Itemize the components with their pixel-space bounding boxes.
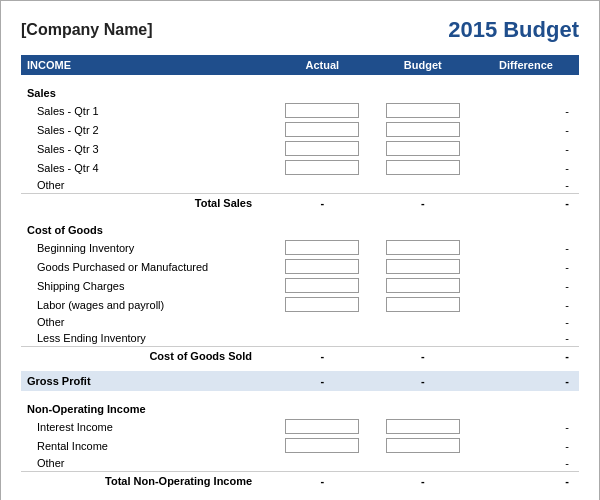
table-row: Sales - Qtr 4-: [21, 158, 579, 177]
input-box[interactable]: [285, 240, 359, 255]
total-cogs-row: Cost of Goods Sold - - -: [21, 347, 579, 366]
gross-profit-label: Gross Profit: [21, 371, 272, 391]
budget-cell[interactable]: [373, 257, 473, 276]
budget-cell[interactable]: [373, 436, 473, 455]
total-non-op-diff: -: [473, 472, 579, 491]
input-box[interactable]: [386, 240, 460, 255]
cogs-section-label: Cost of Goods: [21, 218, 579, 238]
table-row: Shipping Charges-: [21, 276, 579, 295]
row-label: Beginning Inventory: [21, 238, 272, 257]
total-sales-actual: -: [272, 194, 372, 213]
row-label: Labor (wages and payroll): [21, 295, 272, 314]
total-cogs-actual: -: [272, 347, 372, 366]
table-header: INCOME Actual Budget Difference: [21, 55, 579, 75]
actual-cell[interactable]: [272, 158, 372, 177]
input-box[interactable]: [285, 160, 359, 175]
row-label: Sales - Qtr 4: [21, 158, 272, 177]
input-box[interactable]: [285, 103, 359, 118]
input-box[interactable]: [386, 103, 460, 118]
total-non-op-row: Total Non-Operating Income - - -: [21, 472, 579, 491]
diff-cell: -: [473, 120, 579, 139]
difference-header: Difference: [473, 55, 579, 75]
budget-title: 2015 Budget: [448, 17, 579, 43]
actual-cell[interactable]: [272, 417, 372, 436]
non-op-section-label: Non-Operating Income: [21, 397, 579, 417]
actual-cell[interactable]: [272, 101, 372, 120]
diff-cell: -: [473, 238, 579, 257]
actual-cell[interactable]: [272, 257, 372, 276]
input-box[interactable]: [386, 141, 460, 156]
diff-cell: -: [473, 101, 579, 120]
budget-cell: [373, 455, 473, 472]
input-box[interactable]: [285, 438, 359, 453]
actual-cell: [272, 330, 372, 347]
row-label: Rental Income: [21, 436, 272, 455]
total-non-op-actual: -: [272, 472, 372, 491]
budget-cell[interactable]: [373, 139, 473, 158]
total-cogs-label: Cost of Goods Sold: [21, 347, 272, 366]
input-box[interactable]: [386, 259, 460, 274]
diff-cell: -: [473, 417, 579, 436]
input-box[interactable]: [386, 122, 460, 137]
gross-profit-diff: -: [473, 371, 579, 391]
table-row: Goods Purchased or Manufactured-: [21, 257, 579, 276]
row-label: Other: [21, 314, 272, 330]
actual-cell[interactable]: [272, 120, 372, 139]
table-row: Other-: [21, 177, 579, 194]
input-box[interactable]: [285, 278, 359, 293]
input-box[interactable]: [285, 297, 359, 312]
actual-cell[interactable]: [272, 139, 372, 158]
budget-header: Budget: [373, 55, 473, 75]
input-box[interactable]: [386, 297, 460, 312]
actual-cell[interactable]: [272, 436, 372, 455]
table-row: Less Ending Inventory-: [21, 330, 579, 347]
actual-cell[interactable]: [272, 295, 372, 314]
row-label: Shipping Charges: [21, 276, 272, 295]
input-box[interactable]: [285, 419, 359, 434]
input-box[interactable]: [386, 419, 460, 434]
actual-cell: [272, 455, 372, 472]
total-sales-diff: -: [473, 194, 579, 213]
budget-cell[interactable]: [373, 276, 473, 295]
row-label: Goods Purchased or Manufactured: [21, 257, 272, 276]
gross-profit-row: Gross Profit - - -: [21, 371, 579, 391]
budget-cell[interactable]: [373, 295, 473, 314]
input-box[interactable]: [386, 160, 460, 175]
total-non-op-label: Total Non-Operating Income: [21, 472, 272, 491]
company-name: [Company Name]: [21, 21, 153, 39]
diff-cell: -: [473, 177, 579, 194]
actual-cell[interactable]: [272, 276, 372, 295]
input-box[interactable]: [386, 438, 460, 453]
total-cogs-diff: -: [473, 347, 579, 366]
total-sales-label: Total Sales: [21, 194, 272, 213]
input-box[interactable]: [285, 122, 359, 137]
budget-cell[interactable]: [373, 101, 473, 120]
budget-page: [Company Name] 2015 Budget INCOME Actual…: [0, 0, 600, 500]
diff-cell: -: [473, 276, 579, 295]
page-header: [Company Name] 2015 Budget: [21, 17, 579, 43]
diff-cell: -: [473, 330, 579, 347]
table-row: Rental Income-: [21, 436, 579, 455]
budget-cell[interactable]: [373, 120, 473, 139]
input-box[interactable]: [285, 259, 359, 274]
table-row: Other-: [21, 314, 579, 330]
gross-profit-actual: -: [272, 371, 372, 391]
diff-cell: -: [473, 257, 579, 276]
table-row: Sales - Qtr 3-: [21, 139, 579, 158]
budget-cell[interactable]: [373, 417, 473, 436]
budget-table: INCOME Actual Budget Difference SalesSal…: [21, 55, 579, 490]
input-box[interactable]: [285, 141, 359, 156]
row-label: Other: [21, 177, 272, 194]
budget-cell: [373, 330, 473, 347]
diff-cell: -: [473, 455, 579, 472]
actual-cell[interactable]: [272, 238, 372, 257]
budget-cell[interactable]: [373, 238, 473, 257]
total-sales-row: Total Sales - - -: [21, 194, 579, 213]
table-row: Other-: [21, 455, 579, 472]
actual-header: Actual: [272, 55, 372, 75]
total-cogs-budget: -: [373, 347, 473, 366]
input-box[interactable]: [386, 278, 460, 293]
actual-cell: [272, 177, 372, 194]
budget-cell[interactable]: [373, 158, 473, 177]
row-label: Sales - Qtr 2: [21, 120, 272, 139]
